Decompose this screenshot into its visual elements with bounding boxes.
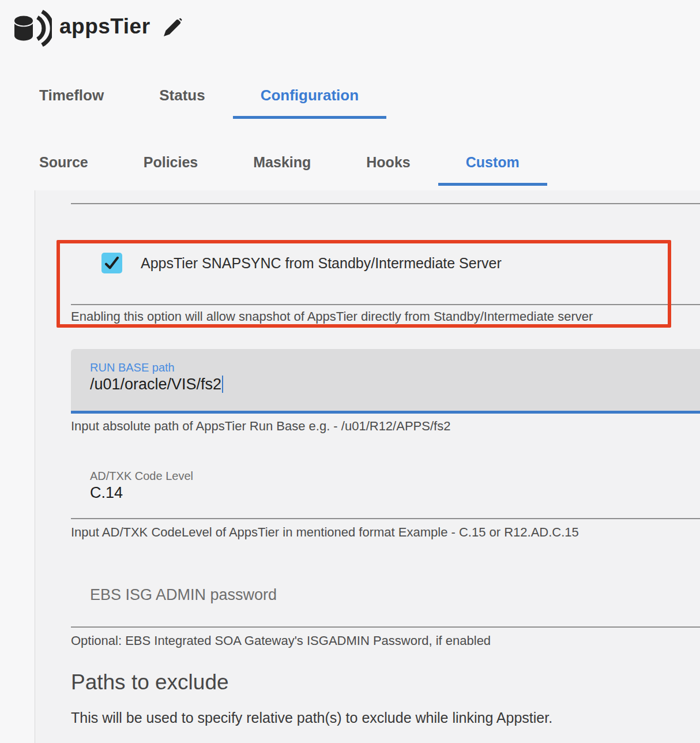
tab-configuration[interactable]: Configuration <box>233 81 386 119</box>
snapsync-helper-text: Enabling this option will allow snapshot… <box>71 309 593 324</box>
main-tab-bar: Timeflow Status Configuration <box>12 81 386 119</box>
text-cursor <box>222 376 223 393</box>
app-header: appsTier <box>0 0 700 58</box>
snapsync-checkbox[interactable] <box>101 253 122 273</box>
paths-to-exclude-title: Paths to exclude <box>71 670 229 695</box>
ebs-isg-admin-password-label: EBS ISG ADMIN password <box>90 586 277 604</box>
virtual-database-icon <box>12 9 52 48</box>
subtab-policies[interactable]: Policies <box>116 148 226 186</box>
pencil-icon[interactable] <box>163 18 182 37</box>
isg-password-helper-text: Optional: EBS Integrated SOA Gateway's I… <box>71 633 491 648</box>
adtxk-code-level-field[interactable]: AD/TXK Code Level C.14 <box>71 461 700 519</box>
adtxk-code-level-label: AD/TXK Code Level <box>90 470 193 483</box>
configuration-subtab-bar: Source Policies Masking Hooks Custom <box>12 148 547 186</box>
run-base-path-helper-text: Input absolute path of AppsTier Run Base… <box>71 419 450 434</box>
field-divider <box>71 203 700 204</box>
snapsync-checkbox-label: AppsTier SNAPSYNC from Standby/Intermedi… <box>141 255 502 272</box>
field-divider <box>71 626 700 628</box>
field-divider <box>71 304 700 305</box>
subtab-custom[interactable]: Custom <box>438 148 547 186</box>
subtab-hooks[interactable]: Hooks <box>338 148 438 186</box>
adtxk-code-level-value: C.14 <box>90 484 123 502</box>
check-icon <box>103 254 121 272</box>
custom-configuration-panel: AppsTier SNAPSYNC from Standby/Intermedi… <box>35 190 700 743</box>
run-base-path-field[interactable]: RUN BASE path /u01/oracle/VIS/fs2 <box>71 349 700 414</box>
ebs-isg-admin-password-field[interactable]: EBS ISG ADMIN password <box>71 571 700 626</box>
paths-to-exclude-description: This will be used to specify relative pa… <box>71 710 552 726</box>
field-divider <box>71 518 700 519</box>
tab-status[interactable]: Status <box>131 81 232 119</box>
page-title: appsTier <box>59 14 150 39</box>
subtab-source[interactable]: Source <box>12 148 116 186</box>
tab-timeflow[interactable]: Timeflow <box>12 81 131 119</box>
run-base-path-label: RUN BASE path <box>90 361 175 374</box>
run-base-path-value: /u01/oracle/VIS/fs2 <box>90 376 223 393</box>
subtab-masking[interactable]: Masking <box>225 148 338 186</box>
adtxk-helper-text: Input AD/TXK CodeLevel of AppsTier in me… <box>71 525 579 540</box>
